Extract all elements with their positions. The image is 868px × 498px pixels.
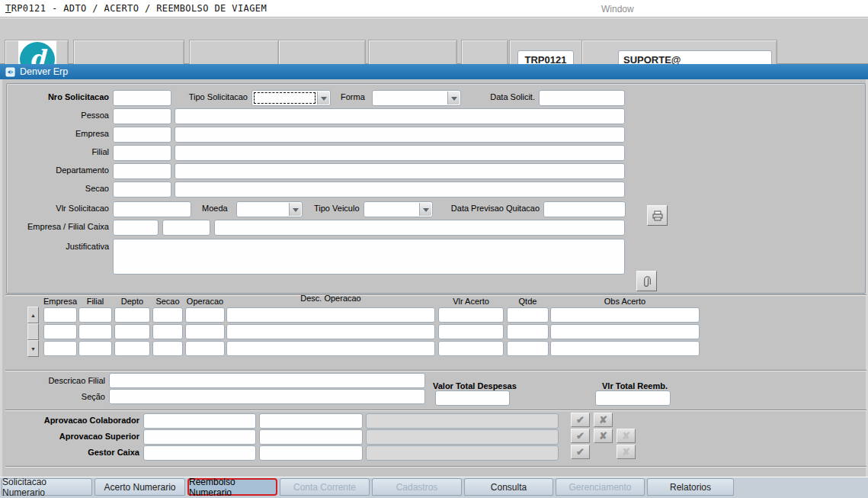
grid-scroll-thumb[interactable]	[27, 323, 39, 340]
aprovacao-superior-user-field[interactable]	[143, 429, 256, 445]
chevron-down-icon	[321, 97, 327, 104]
filial-code-field[interactable]	[113, 145, 171, 161]
grid-cell[interactable]	[185, 324, 225, 339]
label-secao-footer: Seção	[18, 392, 105, 402]
gestor-caixa-cancel-button[interactable]: ✘	[617, 445, 636, 459]
descricao-filial-field[interactable]	[109, 373, 425, 388]
grid-header-secao: Secao	[152, 297, 183, 307]
grid-cell[interactable]	[507, 341, 549, 356]
pessoa-desc-field[interactable]	[175, 108, 625, 124]
chevron-down-icon	[451, 97, 457, 104]
dropdown-arrow-button[interactable]	[289, 203, 301, 216]
empresa-desc-field[interactable]	[175, 127, 625, 143]
dropdown-arrow-button[interactable]	[447, 92, 460, 104]
tab-reembolso-numerario[interactable]: Reembolso Numerario	[187, 478, 277, 496]
vlr-total-reemb-field[interactable]	[595, 390, 671, 406]
departamento-code-field[interactable]	[113, 163, 171, 179]
grid-cell[interactable]	[507, 324, 549, 339]
tipo-solicitacao-dropdown[interactable]	[251, 90, 331, 106]
section-divider	[5, 370, 866, 371]
data-previsao-quitacao-field[interactable]	[543, 201, 626, 217]
section-divider	[5, 410, 866, 411]
grid-cell[interactable]	[226, 307, 435, 323]
grid-cell[interactable]	[152, 324, 183, 339]
grid-cell[interactable]	[152, 341, 183, 356]
gestor-caixa-status-field	[366, 445, 559, 461]
grid-cell[interactable]	[550, 324, 700, 339]
grid-cell[interactable]	[114, 324, 150, 339]
aprovacao-colaborador-user-field[interactable]	[143, 413, 256, 429]
dropdown-arrow-button[interactable]	[317, 92, 329, 104]
tab-relatorios[interactable]: Relatorios	[647, 478, 734, 496]
tab-acerto-numerario[interactable]: Acerto Numerario	[94, 478, 185, 496]
grid-cell[interactable]	[152, 307, 183, 323]
aprovacao-superior-date-field[interactable]	[259, 429, 363, 445]
nro-solicitacao-field[interactable]	[113, 90, 171, 106]
grid-cell[interactable]	[78, 307, 112, 323]
empresa-caixa-field[interactable]	[113, 220, 159, 236]
grid-header-desc-operacao: Desc. Operacao	[226, 294, 435, 304]
grid-cell[interactable]	[185, 341, 225, 356]
vlr-solicitacao-field[interactable]	[113, 201, 191, 217]
moeda-dropdown[interactable]	[236, 201, 303, 217]
aprovacao-superior-cancel-button[interactable]: ✘	[617, 429, 636, 443]
caixa-desc-field[interactable]	[214, 220, 625, 236]
grid-cell[interactable]	[226, 341, 435, 356]
aprovacao-colaborador-date-field[interactable]	[259, 413, 363, 429]
printer-icon	[652, 210, 664, 222]
grid-cell[interactable]	[114, 307, 150, 323]
grid-cell[interactable]	[438, 324, 504, 339]
departamento-desc-field[interactable]	[175, 163, 625, 179]
grid-scroll-up-button[interactable]: ▲	[27, 307, 39, 323]
aprovacao-colaborador-reject-button[interactable]: ✘	[594, 413, 613, 427]
check-icon: ✔	[576, 446, 585, 458]
pessoa-code-field[interactable]	[113, 108, 171, 124]
forma-dropdown[interactable]	[372, 90, 461, 106]
grid-cell[interactable]	[78, 341, 112, 356]
aprovacao-superior-reject-button[interactable]: ✘	[594, 429, 613, 443]
tab-cadastros[interactable]: Cadastros	[372, 478, 462, 496]
print-request-button[interactable]	[647, 205, 668, 226]
gestor-caixa-approve-button[interactable]: ✔	[571, 445, 590, 459]
data-solicit-field[interactable]	[539, 90, 625, 106]
tab-solicitacao-numerario[interactable]: Solicitacao Numerario	[2, 478, 92, 496]
empresa-code-field[interactable]	[113, 127, 171, 143]
label-secao: Secao	[15, 184, 109, 194]
label-departamento: Departamento	[15, 165, 109, 175]
grid-cell[interactable]	[43, 341, 77, 356]
tipo-veiculo-dropdown[interactable]	[364, 201, 433, 217]
gestor-caixa-date-field[interactable]	[259, 445, 363, 461]
grid-header-filial: Filial	[78, 297, 112, 307]
gestor-caixa-user-field[interactable]	[143, 445, 256, 461]
grid-header-obs-acerto: Obs Acerto	[550, 297, 700, 307]
tab-gerenciamento[interactable]: Gerenciamento	[556, 478, 645, 496]
grid-cell[interactable]	[114, 341, 150, 356]
label-data-solicit: Data Solicit.	[472, 92, 535, 102]
grid-cell[interactable]	[226, 324, 435, 339]
grid-scroll-down-button[interactable]: ▼	[27, 340, 39, 357]
valor-total-despesas-field[interactable]	[435, 390, 510, 406]
grid-cell[interactable]	[550, 307, 700, 323]
secao-desc-field[interactable]	[175, 182, 625, 198]
justificativa-textarea[interactable]	[113, 239, 625, 275]
tab-consulta[interactable]: Consulta	[464, 478, 553, 496]
aprovacao-superior-approve-button[interactable]: ✔	[571, 429, 590, 443]
grid-cell[interactable]	[43, 307, 77, 323]
secao-code-field[interactable]	[113, 182, 171, 198]
grid-cell[interactable]	[438, 307, 504, 323]
dropdown-arrow-button[interactable]	[419, 203, 431, 216]
aprovacao-colaborador-approve-button[interactable]: ✔	[571, 413, 590, 427]
grid-cell[interactable]	[78, 324, 112, 339]
attachment-button[interactable]	[636, 271, 657, 291]
tab-conta-corrente[interactable]: Conta Corrente	[280, 478, 370, 496]
filial-desc-field[interactable]	[175, 145, 625, 161]
filial-caixa-field[interactable]	[162, 220, 210, 236]
grid-cell[interactable]	[507, 307, 549, 323]
grid-cell[interactable]	[43, 324, 77, 339]
grid-cell[interactable]	[550, 341, 700, 356]
menu-item-window[interactable]: Window	[601, 4, 634, 14]
grid-cell[interactable]	[185, 307, 225, 323]
grid-cell[interactable]	[438, 341, 504, 356]
secao-footer-field[interactable]	[109, 389, 425, 404]
app-icon	[5, 67, 16, 77]
